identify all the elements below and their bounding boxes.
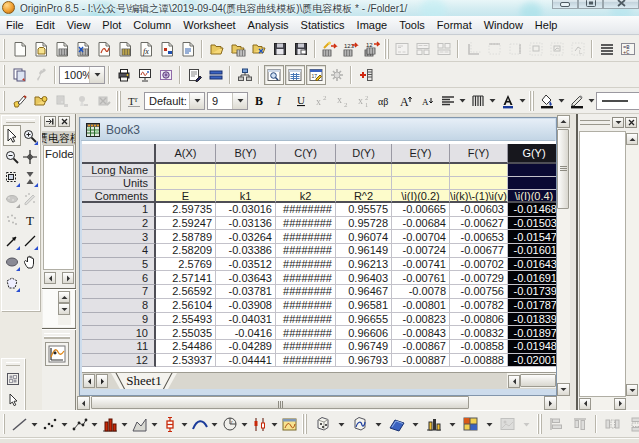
worksheet-grid[interactable]: A(X)B(Y)C(Y)D(Y)E(Y)F(Y)G(Y)Long NameUni… bbox=[82, 144, 556, 367]
toolbar-grip[interactable] bbox=[537, 414, 542, 434]
cell-r11c4[interactable]: 0.96749 bbox=[336, 340, 392, 354]
cell-r1c4[interactable]: 0.95575 bbox=[336, 203, 392, 217]
scroll-right-icon[interactable] bbox=[544, 396, 557, 410]
print-icon[interactable] bbox=[114, 65, 134, 85]
cell-r12c1[interactable]: 2.53937 bbox=[156, 354, 216, 368]
scroll-up-icon[interactable] bbox=[58, 291, 70, 303]
cell-r2c4[interactable]: 0.95728 bbox=[336, 217, 392, 231]
book3-window[interactable]: Book3 A(X)B(Y)C(Y)D(Y)E(Y)F(Y)G(Y)Long N… bbox=[79, 117, 557, 396]
scroll-up-icon[interactable] bbox=[557, 115, 570, 128]
cell-r10c3[interactable]: ######## bbox=[276, 326, 336, 340]
cell-r7c3[interactable]: ######## bbox=[276, 285, 336, 299]
text-tool-icon[interactable]: T bbox=[21, 209, 39, 230]
new-notes-icon[interactable] bbox=[178, 39, 198, 59]
cell-r1c5[interactable]: -0.00665 bbox=[392, 203, 450, 217]
plot-contour-icon[interactable] bbox=[461, 414, 481, 434]
row-header-9[interactable]: 9 bbox=[82, 313, 156, 327]
cell-long-name[interactable] bbox=[276, 164, 336, 177]
plot-3d-bars-icon[interactable] bbox=[424, 414, 444, 434]
dropdown-arrow-icon[interactable] bbox=[150, 414, 159, 434]
import-multiple-ascii-icon[interactable]: 12 bbox=[362, 39, 382, 59]
dropdown-arrow-icon[interactable] bbox=[485, 414, 494, 434]
dropdown-arrow-icon[interactable] bbox=[120, 414, 129, 434]
pan-tool-icon[interactable] bbox=[21, 251, 39, 272]
new-layout-icon[interactable] bbox=[157, 39, 177, 59]
selection-tool-icon[interactable] bbox=[3, 167, 21, 188]
column-header-b[interactable]: B(Y) bbox=[216, 144, 276, 164]
graph-template-button[interactable] bbox=[45, 342, 69, 366]
increase-font-icon[interactable]: A bbox=[396, 91, 416, 111]
cell-r5c7[interactable]: -0.01643 bbox=[508, 258, 556, 272]
bold-icon[interactable]: B bbox=[249, 91, 269, 111]
row-header-6[interactable]: 6 bbox=[82, 271, 156, 285]
row-header-7[interactable]: 7 bbox=[82, 285, 156, 299]
dropdown-arrow-icon[interactable] bbox=[448, 414, 457, 434]
cell-r11c6[interactable]: -0.00858 bbox=[450, 340, 508, 354]
cell-r4c6[interactable]: -0.00677 bbox=[450, 244, 508, 258]
toolbar-grip[interactable] bbox=[384, 39, 389, 59]
cell-r11c1[interactable]: 2.54486 bbox=[156, 340, 216, 354]
scroll-left-icon[interactable] bbox=[77, 396, 90, 410]
row-header-12[interactable]: 12 bbox=[82, 354, 156, 368]
cell-r4c3[interactable]: ######## bbox=[276, 244, 336, 258]
cell-units[interactable] bbox=[216, 177, 276, 190]
font-name-combo[interactable]: Default: A bbox=[144, 92, 205, 110]
scroll-down-icon[interactable] bbox=[626, 384, 638, 396]
dock-icon[interactable] bbox=[44, 116, 56, 127]
cell-r8c1[interactable]: 2.56104 bbox=[156, 299, 216, 313]
arrow-tool-icon[interactable] bbox=[3, 230, 21, 251]
plot-3d-surface-icon[interactable] bbox=[387, 414, 407, 434]
cell-r12c3[interactable]: ######## bbox=[276, 354, 336, 368]
toolbar-grip[interactable] bbox=[44, 333, 70, 339]
close-button[interactable] bbox=[603, 0, 639, 9]
plot-area-icon[interactable] bbox=[130, 414, 150, 434]
cell-comments[interactable]: E bbox=[156, 190, 216, 203]
cell-r9c5[interactable]: -0.00823 bbox=[392, 313, 450, 327]
column-header-e[interactable]: E(Y) bbox=[392, 144, 450, 164]
cell-units[interactable] bbox=[508, 177, 556, 190]
menu-format[interactable]: Format bbox=[431, 17, 478, 33]
menu-plot[interactable]: Plot bbox=[96, 17, 127, 33]
cell-r10c2[interactable]: -0.0416 bbox=[216, 326, 276, 340]
cell-r9c6[interactable]: -0.00806 bbox=[450, 313, 508, 327]
row-header-3[interactable]: 3 bbox=[82, 230, 156, 244]
cell-r5c5[interactable]: -0.00741 bbox=[392, 258, 450, 272]
cell-long-name[interactable] bbox=[156, 164, 216, 177]
cell-r12c6[interactable]: -0.00888 bbox=[450, 354, 508, 368]
dropdown-arrow-icon[interactable] bbox=[180, 414, 189, 434]
cell-r3c6[interactable]: -0.00653 bbox=[450, 230, 508, 244]
cell-long-name[interactable] bbox=[450, 164, 508, 177]
polygon-tool-icon[interactable] bbox=[3, 272, 21, 293]
plot-spline-icon[interactable] bbox=[190, 414, 210, 434]
plot-stock-icon[interactable] bbox=[250, 414, 270, 434]
plot-line-icon[interactable] bbox=[10, 414, 30, 434]
cell-r7c6[interactable]: -0.00756 bbox=[450, 285, 508, 299]
pe-vertical-scrollbar[interactable] bbox=[58, 291, 71, 325]
mask-range-tool-icon[interactable] bbox=[21, 167, 39, 188]
set-column-values-icon[interactable]: =B+C bbox=[618, 39, 638, 59]
cell-comments[interactable]: \i(I)(0.4) bbox=[508, 190, 556, 203]
cell-r3c3[interactable]: ######## bbox=[276, 230, 336, 244]
cell-r5c6[interactable]: -0.00702 bbox=[450, 258, 508, 272]
cell-r11c3[interactable]: ######## bbox=[276, 340, 336, 354]
scroll-down-icon[interactable] bbox=[557, 383, 570, 396]
cell-r4c1[interactable]: 2.58209 bbox=[156, 244, 216, 258]
plot-template-icon[interactable] bbox=[280, 414, 300, 434]
cell-r4c2[interactable]: -0.03386 bbox=[216, 244, 276, 258]
scroll-left-icon[interactable] bbox=[508, 375, 520, 388]
zoom-combo[interactable]: 100% bbox=[59, 66, 105, 84]
row-header-5[interactable]: 5 bbox=[82, 258, 156, 272]
zoom-out-tool-icon[interactable] bbox=[3, 146, 21, 167]
menu-worksheet[interactable]: Worksheet bbox=[177, 17, 241, 33]
cell-r3c1[interactable]: 2.58789 bbox=[156, 230, 216, 244]
plot-column-icon[interactable] bbox=[100, 414, 120, 434]
combo-dropdown-icon[interactable] bbox=[232, 93, 247, 109]
cell-r11c5[interactable]: -0.00867 bbox=[392, 340, 450, 354]
pointer-tool-icon[interactable] bbox=[3, 125, 21, 146]
cell-r6c2[interactable]: -0.03643 bbox=[216, 271, 276, 285]
vertical-text-icon[interactable] bbox=[468, 91, 488, 111]
cell-units[interactable] bbox=[156, 177, 216, 190]
cell-r1c1[interactable]: 2.59735 bbox=[156, 203, 216, 217]
worksheet-horizontal-scrollbar[interactable] bbox=[507, 373, 556, 388]
toolbar-grip[interactable] bbox=[6, 119, 35, 123]
